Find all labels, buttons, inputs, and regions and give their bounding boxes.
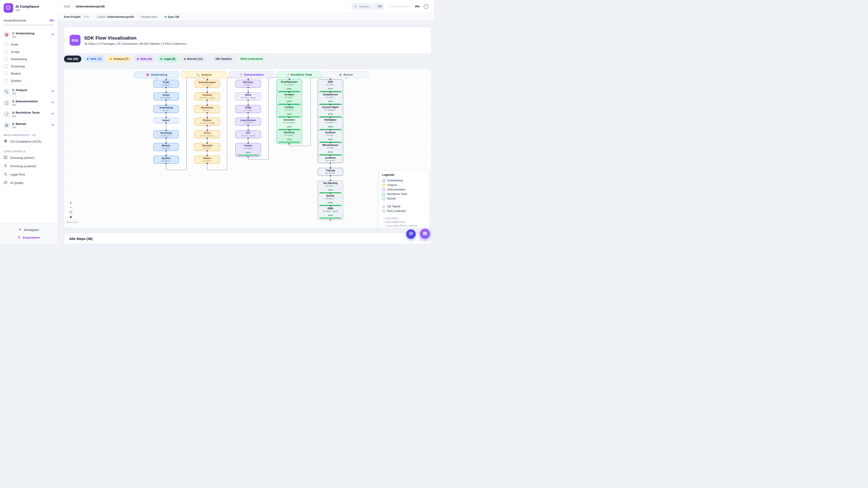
flow-node[interactable]: DSFA CP-DSFA * [DSB] <box>235 92 261 100</box>
flow-node[interactable]: Vendor CP-VEND * 100% <box>235 143 261 157</box>
flow-node[interactable]: Quellen CP-SPOL * <box>153 156 179 164</box>
filter-vorbereitung[interactable]: Vorb. (7) <box>84 56 105 62</box>
flow-node[interactable]: Scope CP-SCOPE * <box>153 92 179 100</box>
zoom-in-button[interactable]: + <box>68 201 73 205</box>
flow-node[interactable]: Controls CP-CTRL * [DSB] <box>194 92 220 100</box>
flow-node[interactable]: ISMS CP-ISMS ~ [DSB] 100% <box>318 206 343 220</box>
flow-node[interactable]: Eskalationen CP-ESC * 100% <box>318 92 343 106</box>
sidebar-section-rechtliche-texte[interactable]: 📝 4. Rechtliche Texte 0% <box>0 108 57 120</box>
last-label: Zuletzt: <box>97 15 106 19</box>
overall-progress-label: Gesamtfortschritt <box>4 19 26 22</box>
sidebar-item-legal-rag[interactable]: Legal RAG <box>0 170 57 179</box>
collapse-sidebar-button[interactable]: Einklappen <box>0 226 57 234</box>
group-header-vorbereitung[interactable]: 🎯Vorbereitung <box>134 71 179 78</box>
node-title: Cookies <box>278 106 301 109</box>
flow-node[interactable]: Incidents CP-INC * 100% <box>318 130 343 144</box>
flow-node[interactable]: Checklist CP-CHK ~ <box>194 143 220 151</box>
columns-fab-button[interactable] <box>419 228 431 239</box>
sidebar-item-ce-compliance[interactable]: CE-Compliance (IACE) <box>0 137 57 146</box>
sidebar-item-quellen[interactable]: Quellen <box>0 77 57 84</box>
flow-node[interactable]: Whistleblower CP-WB * 100% <box>318 142 343 157</box>
fit-view-button[interactable] <box>68 210 73 215</box>
node-title: Anforderungen <box>195 81 219 84</box>
sidebar-item-ai-quality[interactable]: AI Quality <box>0 179 57 187</box>
node-title: Checklist <box>195 144 219 147</box>
zoom-out-button[interactable]: − <box>68 205 73 210</box>
flow-node[interactable]: AI Act CP-AI * [LEGAL] <box>194 130 220 138</box>
flow-canvas[interactable]: 🎯Vorbereitung 🔍Analyse 📋Dokumentation 📝R… <box>64 69 431 228</box>
react-flow-attribution[interactable]: React Flow <box>66 221 78 223</box>
filter-analyse[interactable]: Analyse (7) <box>107 56 131 62</box>
export-button[interactable]: Exportieren <box>0 234 57 241</box>
sidebar-item-schulung-admin[interactable]: Schulung (Admin) <box>0 154 57 162</box>
flow-node[interactable]: Workflow CP-WRKF * 100% <box>276 130 302 144</box>
group-header-betrieb[interactable]: ⚙️Betrieb <box>323 71 368 78</box>
flow-node[interactable]: Profil CP-PROF * <box>153 80 179 88</box>
flow-node[interactable]: Academy CP-ACAD * <box>318 155 343 163</box>
node-code: CP-NOTF * <box>319 122 342 124</box>
flow-node[interactable]: Quality CP-QUAL ~ 100% <box>318 193 343 207</box>
node-code: CP-SCOPE * <box>154 97 178 99</box>
sidebar-section-vorbereitung[interactable]: 🎯 1. Vorbereitung 0% <box>0 29 57 40</box>
flow-node[interactable]: Generator CP-DOCGEN ~ 100% <box>276 117 302 131</box>
node-code: CP-EVI ~ <box>195 109 219 111</box>
node-code: CP-VEND * <box>237 147 260 150</box>
flow-node[interactable]: Module CP-MOD * <box>153 143 179 151</box>
sidebar-section-betrieb[interactable]: ⚙️ 5. Betrieb 0% <box>0 120 57 131</box>
flow-node[interactable]: Screening CP-SCAN * <box>153 130 179 138</box>
chat-fab-button[interactable] <box>406 229 416 239</box>
sidebar-section-analyse[interactable]: 🔍 2. Analyse 0% <box>0 86 57 97</box>
node-code: CP-RET * <box>237 122 260 124</box>
flow-node[interactable]: Pflichten CP-OBL * <box>235 80 261 88</box>
sidebar-item-profil[interactable]: Profil <box>0 41 57 48</box>
flow-node[interactable]: Anforderungen CP-REQ * <box>194 80 220 88</box>
flow-node[interactable]: Vorlagen CP-DOC * 100% <box>276 92 302 106</box>
filter-legal[interactable]: Legal (5) <box>157 56 178 62</box>
sidebar-item-schulung-learner[interactable]: Schulung (Learner) <box>0 162 57 170</box>
node-code: CP-QUAL ~ <box>319 197 342 200</box>
node-progress: 100% <box>278 111 301 117</box>
filter-db-tabellen[interactable]: DB-Tabellen <box>213 56 235 62</box>
flow-node[interactable]: Report CP-AREP * <box>194 156 220 164</box>
flow-node[interactable]: Training CP-TRAIN * <box>318 168 343 176</box>
group-header-dokumentation[interactable]: 📋Dokumentation <box>229 71 274 78</box>
node-title: Risiken <box>195 119 219 122</box>
help-icon[interactable]: ? <box>424 4 429 9</box>
flow-node[interactable]: VVT CP-VVT * [DSB] <box>235 130 261 138</box>
filter-betrieb[interactable]: Betrieb (11) <box>181 56 206 62</box>
node-code: CP-ISMS ~ [DSB] <box>319 210 342 213</box>
filter-doku[interactable]: Doku (6) <box>134 56 155 62</box>
node-title: Loeschfristen <box>237 119 260 122</box>
sidebar-item-screening[interactable]: Screening <box>0 63 57 70</box>
flow-node[interactable]: Risiken CP-RISK * [DSB] <box>194 118 220 126</box>
breadcrumb-root[interactable]: SDK <box>64 5 70 8</box>
sidebar-item-module[interactable]: Module <box>0 70 57 77</box>
flow-node[interactable]: Sec-Backlog CP-SEC ~ 100% <box>318 181 343 195</box>
search-box[interactable]: ⌘K <box>351 3 384 10</box>
sidebar-item-anwendung[interactable]: Anwendung <box>0 55 57 63</box>
sidebar-item-scope[interactable]: Scope <box>0 48 57 55</box>
search-input[interactable] <box>359 5 375 8</box>
flow-node[interactable]: Notfallplan CP-NOTF * 100% <box>318 117 343 131</box>
flow-node[interactable]: DSR CP-DSR * 100% <box>318 79 343 93</box>
filter-rag-collections[interactable]: RAG-Collections <box>237 56 266 62</box>
sidebar-section-dokumentation[interactable]: 📋 3. Dokumentation 0% <box>0 97 57 108</box>
flow-node[interactable]: Anwendung CP-UC * <box>153 105 179 113</box>
group-header-analyse[interactable]: 🔍Analyse <box>182 71 227 78</box>
flow-node[interactable]: Consent Mgmt CP-CMGMT * 100% <box>318 105 343 119</box>
clipboard-icon: 📋 <box>239 73 243 76</box>
group-header-rechtliche-texte[interactable]: 📝Rechtliche Texte <box>276 71 322 78</box>
node-code: CP-DSR * <box>319 84 342 86</box>
flow-node[interactable]: Einwilligungen CP-CONS * 100% <box>276 79 302 93</box>
lock-toggle-button[interactable] <box>68 215 73 219</box>
node-code: CP-CMGMT * <box>319 109 342 111</box>
filter-alle[interactable]: Alle (36) <box>64 56 81 62</box>
flow-node[interactable]: Cookies CP-COOK * 100% <box>276 105 302 119</box>
flow-node[interactable]: TOMs CP-TOM * <box>235 105 261 113</box>
node-code: CP-TOM * <box>237 109 260 111</box>
flow-node[interactable]: Loeschfristen CP-RET * <box>235 118 261 126</box>
search-icon <box>4 172 7 177</box>
gear-icon: ⚙️ <box>3 122 10 129</box>
flow-node[interactable]: Nachweise CP-EVI ~ <box>194 105 220 113</box>
flow-node[interactable]: Import <box>153 118 179 123</box>
